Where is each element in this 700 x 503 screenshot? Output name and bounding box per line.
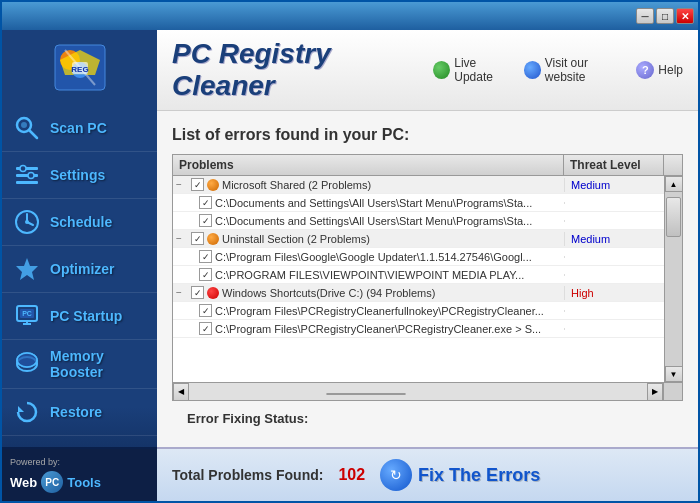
scroll-corner	[664, 383, 682, 400]
app-title: PC Registry Cleaner	[172, 38, 433, 102]
table-row: ✓ C:\Program Files\Google\Google Updater…	[173, 248, 664, 266]
row-content: − ✓ Microsoft Shared (2 Problems)	[173, 177, 564, 192]
svg-point-14	[28, 173, 34, 179]
maximize-button[interactable]: □	[656, 8, 674, 24]
sidebar-item-scan-pc[interactable]: Scan PC	[2, 105, 157, 152]
svg-rect-12	[16, 181, 38, 184]
row-text: C:\Program Files\Google\Google Updater\1…	[215, 251, 532, 263]
fix-errors-button[interactable]: ↻ Fix The Errors	[380, 459, 540, 491]
sidebar-item-label: Schedule	[50, 214, 112, 230]
restore-icon	[12, 397, 42, 427]
svg-text:REG: REG	[71, 65, 88, 74]
row-content: ✓ C:\Documents and Settings\All Users\St…	[173, 195, 564, 210]
scroll-header-spacer	[664, 155, 682, 175]
row-text: C:\Documents and Settings\All Users\Star…	[215, 215, 532, 227]
footer-bar: Total Problems Found: 102 ↻ Fix The Erro…	[157, 447, 698, 501]
table-inner: − ✓ Microsoft Shared (2 Problems) Medium	[173, 176, 682, 382]
table-header: Problems Threat Level	[173, 155, 682, 176]
help-button[interactable]: ? Help	[636, 61, 683, 79]
row-checkbox[interactable]: ✓	[199, 268, 212, 281]
row-text: C:\Program Files\PCRegistryCleaner\PCReg…	[215, 323, 541, 335]
sidebar-item-settings[interactable]: Settings	[2, 152, 157, 199]
sidebar-logo: REG	[2, 30, 157, 105]
logo-tools: Tools	[67, 475, 101, 490]
error-table: Problems Threat Level − ✓	[172, 154, 683, 401]
sidebar-item-restore[interactable]: Restore	[2, 389, 157, 436]
sidebar-item-schedule[interactable]: Schedule	[2, 199, 157, 246]
scan-pc-icon	[12, 113, 42, 143]
scroll-thumb-h[interactable]	[326, 393, 406, 395]
window-controls: ─ □ ✕	[636, 8, 694, 24]
expand-icon[interactable]: −	[176, 233, 188, 244]
expand-icon[interactable]: −	[176, 287, 188, 298]
sidebar-item-memory-booster[interactable]: Memory Booster	[2, 340, 157, 389]
scroll-left-arrow[interactable]: ◀	[173, 383, 189, 401]
sidebar-item-label: PC Startup	[50, 308, 122, 324]
powered-by-label: Powered by:	[10, 457, 149, 467]
web-tools-logo: Web PC Tools	[10, 471, 149, 493]
sidebar-item-label: Restore	[50, 404, 102, 420]
sidebar-item-label-2: Booster	[50, 364, 104, 380]
scroll-right-arrow[interactable]: ▶	[647, 383, 663, 401]
total-count: 102	[338, 466, 365, 484]
table-row: ✓ C:\Documents and Settings\All Users\St…	[173, 194, 664, 212]
row-checkbox[interactable]: ✓	[191, 178, 204, 191]
col-problems: Problems	[173, 155, 564, 175]
table-row: ✓ C:\Program Files\PCRegistryCleanerfull…	[173, 302, 664, 320]
threat-level	[564, 274, 664, 276]
row-checkbox[interactable]: ✓	[199, 250, 212, 263]
main-content: PC Registry Cleaner Live Update Visit ou…	[157, 30, 698, 501]
row-checkbox[interactable]: ✓	[191, 286, 204, 299]
svg-point-18	[25, 220, 29, 224]
horizontal-scrollbar-area: ◀ ▶	[173, 382, 682, 400]
row-checkbox[interactable]: ✓	[199, 214, 212, 227]
scroll-track-v[interactable]	[665, 192, 682, 366]
settings-icon	[12, 160, 42, 190]
row-checkbox[interactable]: ✓	[199, 304, 212, 317]
sidebar-footer: Powered by: Web PC Tools	[2, 447, 157, 501]
visit-website-button[interactable]: Visit our website	[524, 56, 629, 84]
row-text: Windows Shortcuts(Drive C:) (94 Problems…	[222, 287, 435, 299]
website-icon	[524, 61, 541, 79]
logo-web: Web	[10, 475, 37, 490]
header-actions: Live Update Visit our website ? Help	[433, 56, 683, 84]
app-logo-icon: REG	[50, 40, 110, 95]
app-body: REG Scan PC	[2, 30, 698, 501]
logo-pc: PC	[41, 471, 63, 493]
sidebar-item-optimizer[interactable]: Optimizer	[2, 246, 157, 293]
row-content: ✓ C:\Program Files\PCRegistryCleaner\PCR…	[173, 321, 564, 336]
threat-level	[564, 256, 664, 258]
scroll-up-arrow[interactable]: ▲	[665, 176, 683, 192]
table-rows-wrap: − ✓ Microsoft Shared (2 Problems) Medium	[173, 176, 664, 382]
main-window: ─ □ ✕ REG	[0, 0, 700, 503]
col-threat: Threat Level	[564, 155, 664, 175]
minimize-button[interactable]: ─	[636, 8, 654, 24]
schedule-icon	[12, 207, 42, 237]
expand-icon[interactable]: −	[176, 179, 188, 190]
title-bar: ─ □ ✕	[2, 2, 698, 30]
row-text: Microsoft Shared (2 Problems)	[222, 179, 371, 191]
row-checkbox[interactable]: ✓	[199, 196, 212, 209]
close-button[interactable]: ✕	[676, 8, 694, 24]
row-text: C:\Program Files\PCRegistryCleanerfullno…	[215, 305, 544, 317]
status-area: Error Fixing Status:	[172, 401, 683, 432]
fix-errors-label: Fix The Errors	[418, 465, 540, 486]
row-checkbox[interactable]: ✓	[191, 232, 204, 245]
sidebar: REG Scan PC	[2, 30, 157, 501]
scroll-thumb-v[interactable]	[666, 197, 681, 237]
vertical-scrollbar[interactable]: ▲ ▼	[664, 176, 682, 382]
live-update-button[interactable]: Live Update	[433, 56, 516, 84]
horizontal-scrollbar[interactable]: ◀ ▶	[173, 383, 664, 400]
row-checkbox[interactable]: ✓	[199, 322, 212, 335]
threat-level	[564, 220, 664, 222]
fix-errors-icon: ↻	[380, 459, 412, 491]
svg-marker-31	[18, 406, 24, 412]
total-problems-label: Total Problems Found:	[172, 467, 323, 483]
row-text: C:\PROGRAM FILES\VIEWPOINT\VIEWPOINT MED…	[215, 269, 524, 281]
sidebar-item-pc-startup[interactable]: PC PC Startup	[2, 293, 157, 340]
threat-level: Medium	[564, 178, 664, 192]
optimizer-icon	[12, 254, 42, 284]
error-fixing-status: Error Fixing Status:	[187, 411, 308, 426]
app-header: PC Registry Cleaner Live Update Visit ou…	[157, 30, 698, 111]
scroll-down-arrow[interactable]: ▼	[665, 366, 683, 382]
